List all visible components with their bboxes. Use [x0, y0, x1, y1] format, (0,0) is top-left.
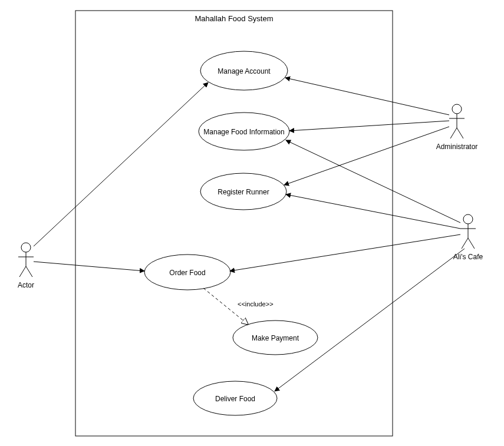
assoc-admin-manage-account	[285, 78, 449, 115]
usecase-diagram: Mahallah Food System Manage Account Mana…	[0, 0, 504, 446]
usecase-deliver-food-label: Deliver Food	[215, 395, 255, 403]
actor-actor	[18, 243, 34, 277]
person-icon	[21, 243, 31, 252]
assoc-cafe-register-runner	[286, 194, 460, 229]
person-icon	[463, 214, 473, 224]
system-title: Mahallah Food System	[195, 14, 274, 23]
assoc-actor-order-food	[34, 262, 144, 271]
usecase-make-payment-label: Make Payment	[252, 334, 299, 342]
actor-actor-label: Actor	[18, 281, 34, 289]
actor-alis-cafe	[460, 214, 476, 249]
assoc-actor-manage-account	[34, 82, 208, 246]
assoc-admin-manage-food-info	[289, 121, 449, 131]
assoc-cafe-order-food	[230, 234, 460, 271]
svg-line-7	[457, 128, 463, 138]
usecase-order-food-label: Order Food	[169, 269, 205, 277]
assoc-cafe-manage-food-info	[286, 140, 460, 223]
svg-line-3	[26, 266, 32, 277]
actor-administrator-label: Administrator	[436, 143, 478, 151]
svg-line-11	[468, 238, 475, 249]
usecase-register-runner-label: Register Runner	[218, 188, 269, 196]
svg-line-2	[19, 266, 26, 277]
usecase-manage-food-information-label: Manage Food Information	[203, 128, 284, 136]
usecase-manage-account-label: Manage Account	[218, 67, 271, 75]
svg-line-10	[462, 238, 468, 249]
assoc-cafe-deliver-food	[275, 249, 465, 391]
actor-administrator	[449, 104, 465, 138]
svg-line-6	[450, 128, 457, 138]
assoc-admin-register-runner	[284, 127, 449, 185]
include-stereotype: <<include>>	[238, 300, 274, 308]
person-icon	[452, 104, 462, 114]
